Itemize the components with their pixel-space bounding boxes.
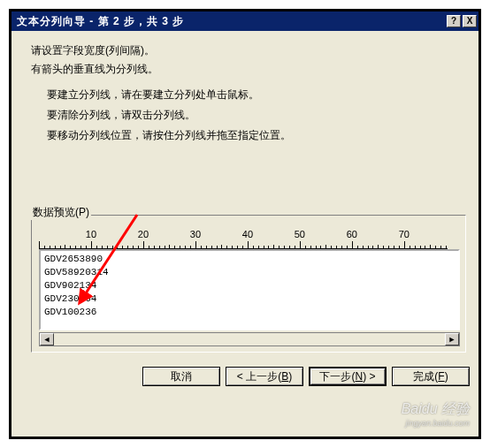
screenshot-frame: 文本分列向导 - 第 2 步，共 3 步 ? X 请设置字段宽度(列间隔)。 有… — [0, 0, 490, 448]
data-preview-box: 10203040506070 GDV2653890GDV58920314GDV9… — [31, 215, 466, 353]
preview-row: GDV230164 — [44, 292, 455, 306]
preview-row: GDV100236 — [44, 306, 455, 319]
ruler-tick-label: 60 — [347, 229, 357, 239]
scroll-left-icon[interactable]: ◄ — [40, 333, 54, 345]
data-preview-label: 数据预览(P) — [31, 205, 91, 220]
instruction-text: 要移动分列线位置，请按住分列线并拖至指定位置。 — [47, 128, 466, 143]
preview-row: GDV902134 — [44, 279, 455, 292]
ruler-tick-label: 70 — [399, 229, 410, 239]
back-button[interactable]: < 上一步(B) — [226, 367, 303, 386]
titlebar-controls: ? X — [447, 15, 477, 27]
ruler-tick-label: 20 — [138, 229, 149, 239]
ruler-tick-label: 30 — [190, 229, 201, 239]
instruction-text: 要清除分列线，请双击分列线。 — [47, 108, 466, 123]
titlebar: 文本分列向导 - 第 2 步，共 3 步 ? X — [11, 11, 479, 31]
instruction-text: 要建立分列线，请在要建立分列处单击鼠标。 — [47, 87, 466, 103]
ruler[interactable]: 10203040506070 — [39, 224, 460, 249]
ruler-tick-label: 50 — [295, 229, 305, 239]
watermark: Baidu 经验 jingyan.baidu.com — [402, 400, 470, 428]
preview-row: GDV2653890 — [44, 253, 455, 266]
scroll-right-icon[interactable]: ► — [445, 333, 459, 345]
sub-instructions: 要建立分列线，请在要建立分列处单击鼠标。 要清除分列线，请双击分列线。 要移动分… — [47, 87, 466, 143]
instruction-text: 请设置字段宽度(列间隔)。 — [31, 43, 466, 58]
ruler-tick-label: 10 — [86, 229, 96, 239]
finish-button[interactable]: 完成(F) — [392, 367, 470, 386]
data-preview-area[interactable]: GDV2653890GDV58920314GDV902134GDV230164G… — [39, 249, 460, 330]
close-icon[interactable]: X — [463, 15, 477, 27]
ruler-tick-label: 40 — [242, 229, 253, 239]
cancel-button[interactable]: 取消 — [142, 367, 220, 386]
dialog-body: 请设置字段宽度(列间隔)。 有箭头的垂直线为分列线。 要建立分列线，请在要建立分… — [11, 31, 479, 360]
horizontal-scrollbar[interactable]: ◄ ► — [39, 332, 460, 346]
next-button[interactable]: 下一步(N) > — [309, 367, 387, 386]
help-icon[interactable]: ? — [447, 15, 461, 27]
data-preview-group: 数据预览(P) 10203040506070 GDV2653890GDV5892… — [31, 205, 466, 353]
dialog-window: 文本分列向导 - 第 2 步，共 3 步 ? X 请设置字段宽度(列间隔)。 有… — [9, 9, 481, 439]
preview-row: GDV58920314 — [44, 266, 455, 279]
window-title: 文本分列向导 - 第 2 步，共 3 步 — [17, 14, 184, 29]
button-row: 取消 < 上一步(B) 下一步(N) > 完成(F) — [11, 360, 479, 391]
instruction-text: 有箭头的垂直线为分列线。 — [31, 62, 466, 77]
